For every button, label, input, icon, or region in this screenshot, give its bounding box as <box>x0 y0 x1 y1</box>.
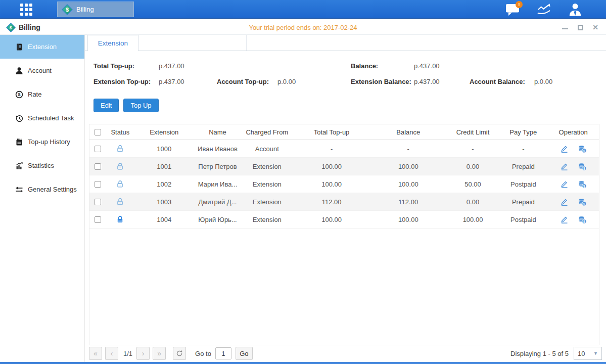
sidebar-item-general-settings[interactable]: General Settings <box>0 177 84 201</box>
minimize-button[interactable] <box>562 24 569 31</box>
sidebar-item-label: Top-up History <box>28 138 70 146</box>
unlocked-status-icon <box>116 162 124 170</box>
cell-charged-from: Extension <box>241 198 293 206</box>
apps-grid-icon[interactable] <box>20 4 32 16</box>
cell-pay-type: Prepaid <box>499 163 547 170</box>
cell-extension: 1000 <box>134 145 195 153</box>
sidebar-item-topup-history[interactable]: Top-up History <box>0 130 84 154</box>
cell-total-topup: - <box>293 145 370 153</box>
prev-page-button[interactable]: ‹ <box>105 347 118 360</box>
top-up-row-icon[interactable]: $ <box>578 180 587 189</box>
cell-credit-limit: 0.00 <box>447 198 499 206</box>
top-up-row-icon[interactable]: $ <box>578 145 587 153</box>
goto-page-input[interactable] <box>215 347 231 359</box>
row-checkbox[interactable] <box>95 146 101 152</box>
cell-balance: 100.00 <box>370 163 447 170</box>
top-up-row-icon[interactable]: $ <box>578 198 587 206</box>
arrows-icon <box>15 186 23 194</box>
cell-pay-type: Postpaid <box>499 180 547 188</box>
edit-row-icon[interactable] <box>560 180 569 189</box>
first-page-button[interactable]: « <box>89 347 102 360</box>
cell-total-topup: 112.00 <box>293 198 370 206</box>
notebook-icon <box>15 138 23 146</box>
sidebar-item-label: Statistics <box>28 162 54 169</box>
close-button[interactable]: ✕ <box>592 24 599 31</box>
go-button[interactable]: Go <box>236 347 253 360</box>
account-topup-value: p.0.00 <box>277 78 296 85</box>
edit-button[interactable]: Edit <box>94 99 119 112</box>
sidebar-item-scheduled-task[interactable]: Scheduled Task <box>0 106 84 130</box>
cell-charged-from: Extension <box>241 216 293 223</box>
column-header-charged-from: Charged From <box>241 128 293 136</box>
refresh-icon <box>176 350 183 357</box>
tab-extension[interactable]: Extension <box>87 35 138 51</box>
svg-text:$: $ <box>583 219 585 223</box>
cell-total-topup: 100.00 <box>293 180 370 188</box>
edit-row-icon[interactable] <box>560 145 569 153</box>
svg-text:$: $ <box>583 166 585 170</box>
cell-total-topup: 100.00 <box>293 216 370 223</box>
sidebar-item-statistics[interactable]: Statistics <box>0 154 84 177</box>
balance-label: Balance: <box>351 62 414 70</box>
pagination-bar: « ‹ 1/1 › » Go to Go Displaying 1 - 5 of… <box>89 346 602 360</box>
svg-text:$: $ <box>66 7 69 13</box>
table-row: 1004 Юрий Юрь... Extension 100.00 100.00… <box>89 211 599 229</box>
desktop-topbar: $ Billing ! <box>0 0 606 19</box>
select-all-checkbox[interactable] <box>95 129 101 135</box>
row-checkbox[interactable] <box>95 199 101 205</box>
refresh-button[interactable] <box>173 347 186 360</box>
user-account-icon[interactable] <box>568 3 583 17</box>
cell-balance: - <box>370 145 447 153</box>
cell-charged-from: Extension <box>241 163 293 170</box>
svg-text:$: $ <box>18 92 20 97</box>
unlocked-status-icon <box>116 180 124 188</box>
tab-strip: Extension <box>85 35 606 51</box>
sidebar-item-extension[interactable]: Extension <box>0 35 84 59</box>
svg-text:$: $ <box>583 184 585 188</box>
edit-row-icon[interactable] <box>560 162 569 171</box>
row-checkbox[interactable] <box>95 181 101 188</box>
messages-icon[interactable]: ! <box>505 3 520 17</box>
extension-table: StatusExtensionNameCharged FromTotal Top… <box>89 124 599 345</box>
trial-notice: Your trial period ends on: 2017-02-24 <box>0 20 606 35</box>
taskbar-item-label: Billing <box>76 6 94 13</box>
taskbar-item-billing[interactable]: $ Billing <box>57 2 134 17</box>
table-header-row: StatusExtensionNameCharged FromTotal Top… <box>89 124 599 140</box>
sidebar-item-label: Rate <box>28 90 41 98</box>
top-up-row-icon[interactable]: $ <box>578 215 587 224</box>
main-content: Extension Total Top-up: p.437.00 Extensi… <box>85 35 606 362</box>
total-topup-label: Total Top-up: <box>94 62 159 70</box>
page-size-select[interactable]: 10 ▼ <box>574 347 602 360</box>
goto-label: Go to <box>195 350 211 357</box>
top-up-button[interactable]: Top Up <box>123 99 158 112</box>
cell-extension: 1003 <box>134 198 195 206</box>
extension-topup-value: p.437.00 <box>159 78 217 85</box>
row-checkbox[interactable] <box>95 163 101 170</box>
edit-row-icon[interactable] <box>560 198 569 206</box>
column-header-balance: Balance <box>370 128 447 136</box>
table-body: 1000 Иван Иванов Account - - - - $ <box>89 140 599 229</box>
maximize-button[interactable] <box>577 24 584 31</box>
column-header-total-top-up: Total Top-up <box>293 128 370 136</box>
ledger-icon <box>15 43 23 51</box>
resource-monitor-icon[interactable] <box>536 3 551 17</box>
cell-pay-type: - <box>499 145 547 153</box>
cell-total-topup: 100.00 <box>293 163 370 170</box>
row-checkbox[interactable] <box>95 216 101 223</box>
next-page-button[interactable]: › <box>136 347 150 360</box>
last-page-button[interactable]: » <box>153 347 166 360</box>
summary-right: Balance: p.437.00 Extension Balance: p.4… <box>351 58 552 89</box>
top-up-row-icon[interactable]: $ <box>578 162 587 171</box>
locked-status-icon <box>116 215 124 223</box>
extension-balance-label: Extension Balance: <box>351 78 414 85</box>
cell-charged-from: Extension <box>241 180 293 188</box>
edit-row-icon[interactable] <box>560 215 569 224</box>
stats-icon <box>15 162 23 170</box>
sidebar-item-rate[interactable]: $ Rate <box>0 82 84 106</box>
window-titlebar: Your trial period ends on: 2017-02-24 $ … <box>0 20 606 35</box>
unlocked-status-icon <box>116 145 124 153</box>
cell-name: Иван Иванов <box>195 145 241 153</box>
column-header-credit-limit: Credit Limit <box>447 128 499 136</box>
sidebar-item-account[interactable]: Account <box>0 59 84 82</box>
account-balance-value: p.0.00 <box>534 78 552 85</box>
